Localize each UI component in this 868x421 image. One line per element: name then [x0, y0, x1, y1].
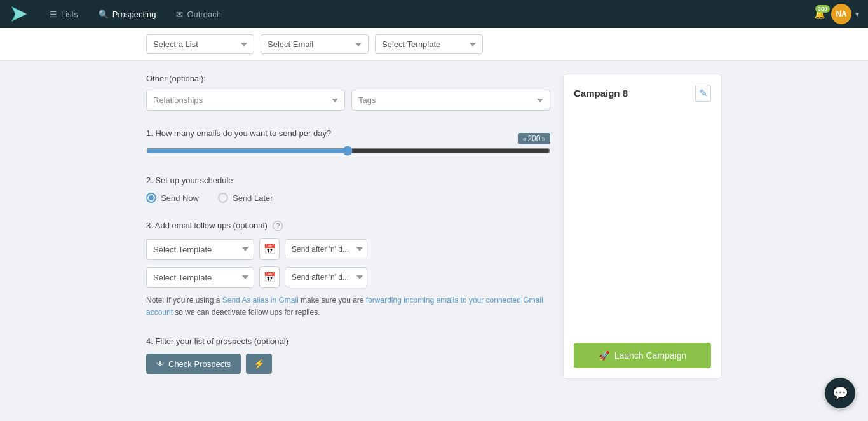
nav-right: 🔔 200 NA ▼: [814, 4, 860, 24]
chevron-down-icon: ▼: [854, 11, 860, 18]
check-prospects-button[interactable]: 👁 Check Prospects: [146, 354, 241, 374]
relationships-dropdown[interactable]: Relationships: [146, 90, 345, 111]
chat-icon: 💬: [832, 385, 848, 401]
campaign-header: Campaign 8 ✎: [574, 85, 711, 102]
emails-per-day-slider[interactable]: [146, 146, 550, 156]
slider-container: « 200 »: [146, 146, 550, 158]
section1-label: 1. How many emails do you want to send p…: [146, 128, 550, 138]
svg-marker-1: [15, 9, 27, 19]
right-arrow-icon: »: [541, 135, 545, 142]
slider-value-box: « 200 »: [518, 133, 550, 144]
nav-item-prospecting[interactable]: 🔍 Prospecting: [90, 6, 165, 23]
select-email-dropdown[interactable]: Select Email: [261, 34, 369, 54]
section-schedule: 2. Set up your schedule Send Now Send La…: [146, 176, 550, 203]
notification-badge: 200: [815, 5, 830, 13]
forwarding-link[interactable]: forwarding incoming emails to your conne…: [146, 296, 543, 317]
calendar-icon-button-1[interactable]: 📅: [259, 238, 280, 260]
section-emails-per-day: 1. How many emails do you want to send p…: [146, 128, 550, 158]
calendar-icon: 📅: [264, 244, 276, 255]
other-optional-label: Other (optional):: [146, 74, 550, 83]
chat-bubble-button[interactable]: 💬: [825, 378, 855, 404]
search-icon: 🔍: [98, 10, 109, 19]
followup2-send-after-dropdown[interactable]: Send after 'n' d...: [285, 267, 367, 287]
section4-label: 4. Filter your list of prospects (option…: [146, 336, 550, 346]
nav-items: ☰ Lists 🔍 Prospecting ✉ Outreach: [41, 6, 814, 23]
other-optional-section: Other (optional): Relationships Tags: [146, 74, 550, 111]
left-arrow-icon: «: [523, 135, 527, 142]
send-later-radio[interactable]: [218, 193, 228, 203]
select-template-dropdown[interactable]: Select Template: [375, 34, 483, 54]
optional-row: Relationships Tags: [146, 90, 550, 111]
left-panel: Other (optional): Relationships Tags 1. …: [146, 74, 550, 392]
followup-row-2: Select Template 📅 Send after 'n' d...: [146, 266, 550, 288]
send-as-alias-link[interactable]: Send As alias in Gmail: [222, 296, 299, 305]
flash-button[interactable]: ⚡: [246, 354, 272, 374]
followup1-template-dropdown[interactable]: Select Template: [146, 239, 254, 260]
edit-icon: ✎: [699, 88, 707, 99]
toolbar-bar: Select a List Select Email Select Templa…: [0, 28, 868, 61]
calendar-icon-2: 📅: [264, 272, 276, 283]
send-later-radio-label[interactable]: Send Later: [218, 193, 273, 203]
nav-item-lists[interactable]: ☰ Lists: [41, 6, 87, 23]
note-text: Note: If you're using a Send As alias in…: [146, 294, 550, 319]
section2-label: 2. Set up your schedule: [146, 176, 550, 185]
eye-icon: 👁: [156, 359, 165, 369]
notification-button[interactable]: 🔔 200: [814, 9, 825, 19]
launch-campaign-button[interactable]: 🚀 Launch Campaign: [574, 343, 711, 368]
calendar-icon-button-2[interactable]: 📅: [259, 266, 280, 288]
main-content: Other (optional): Relationships Tags 1. …: [0, 61, 868, 404]
logo[interactable]: [8, 3, 31, 25]
mail-icon: ✉: [176, 10, 183, 19]
section-followups: 3. Add email follow ups (optional) ? Sel…: [146, 221, 550, 319]
avatar: NA: [831, 4, 851, 24]
schedule-radio-group: Send Now Send Later: [146, 193, 550, 203]
followup2-template-dropdown[interactable]: Select Template: [146, 267, 254, 288]
filter-buttons: 👁 Check Prospects ⚡: [146, 354, 550, 374]
followup-row-1: Select Template 📅 Send after 'n' d...: [146, 238, 550, 260]
user-avatar-wrapper[interactable]: NA ▼: [831, 4, 860, 24]
select-list-dropdown[interactable]: Select a List: [146, 34, 254, 54]
right-panel: Campaign 8 ✎ 🚀 Launch Campaign: [563, 74, 722, 392]
list-icon: ☰: [50, 10, 57, 19]
section-filter-prospects: 4. Filter your list of prospects (option…: [146, 336, 550, 374]
send-now-radio-label[interactable]: Send Now: [146, 193, 199, 203]
campaign-card: Campaign 8 ✎ 🚀 Launch Campaign: [563, 74, 722, 379]
help-icon[interactable]: ?: [273, 221, 283, 231]
rocket-icon: 🚀: [599, 350, 609, 361]
nav-item-outreach[interactable]: ✉ Outreach: [167, 6, 229, 23]
flash-icon: ⚡: [254, 359, 264, 369]
campaign-title: Campaign 8: [574, 88, 628, 99]
campaign-footer: 🚀 Launch Campaign: [574, 333, 711, 368]
top-navigation: ☰ Lists 🔍 Prospecting ✉ Outreach 🔔 200 N…: [0, 0, 868, 28]
send-now-radio[interactable]: [146, 193, 156, 203]
edit-campaign-button[interactable]: ✎: [695, 85, 711, 102]
slider-value: 200: [527, 134, 540, 143]
section3-label: 3. Add email follow ups (optional) ?: [146, 221, 550, 231]
followup1-send-after-dropdown[interactable]: Send after 'n' d...: [285, 239, 367, 259]
tags-dropdown[interactable]: Tags: [351, 90, 550, 111]
